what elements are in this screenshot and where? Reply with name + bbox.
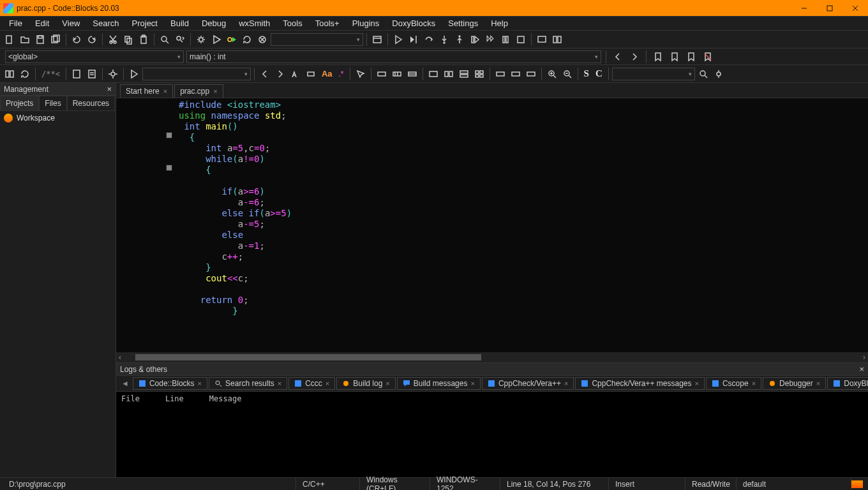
abort-icon[interactable] (255, 33, 269, 47)
run-icon[interactable] (209, 33, 223, 47)
selection-icon[interactable] (304, 67, 318, 81)
grid3-icon[interactable] (457, 67, 471, 81)
paste-icon[interactable] (137, 33, 151, 47)
menu-tools[interactable]: Tools (278, 17, 307, 29)
scope-select[interactable]: <global> (5, 50, 184, 63)
matchcase-label[interactable]: Aa (319, 69, 335, 78)
cursor-icon[interactable] (354, 67, 368, 81)
tab-resources[interactable]: Resources (67, 96, 115, 110)
menu-toolsplus[interactable]: Tools+ (310, 17, 345, 29)
build-run-icon[interactable] (225, 33, 239, 47)
show-targets-icon[interactable] (370, 33, 384, 47)
rect3-icon[interactable] (405, 67, 419, 81)
settings-icon[interactable] (106, 67, 120, 81)
rebuild-icon[interactable] (240, 33, 254, 47)
next-icon[interactable] (273, 67, 287, 81)
redo-icon[interactable] (85, 33, 99, 47)
rect1-icon[interactable] (375, 67, 389, 81)
scroll-left-icon[interactable]: ◄ (119, 379, 131, 388)
tab-prac-cpp[interactable]: prac.cpp× (174, 84, 223, 98)
inst2-icon[interactable] (509, 67, 523, 81)
step-over-icon[interactable] (422, 33, 436, 47)
s-label[interactable]: S (581, 68, 592, 79)
stop-debug-icon[interactable] (514, 33, 528, 47)
logtab-debugger[interactable]: Debugger× (763, 377, 826, 390)
run-to-cursor-icon[interactable] (407, 33, 421, 47)
logtab-codeblocks[interactable]: Code::Blocks× (133, 377, 207, 390)
script-select[interactable] (142, 68, 251, 80)
menu-settings[interactable]: Settings (443, 17, 483, 29)
menu-debug[interactable]: Debug (197, 17, 231, 29)
search-box[interactable] (612, 68, 695, 80)
menu-edit[interactable]: Edit (30, 17, 54, 29)
c-label[interactable]: C (593, 68, 605, 79)
logtab-buildlog[interactable]: Build log× (336, 377, 395, 390)
bookmark-prev-icon[interactable] (668, 50, 682, 64)
cut-icon[interactable] (106, 33, 120, 47)
menu-project[interactable]: Project (127, 17, 163, 29)
step-out-icon[interactable] (453, 33, 467, 47)
rect2-icon[interactable] (390, 67, 404, 81)
bookmark-toggle-icon[interactable] (651, 50, 665, 64)
logtab-cccc[interactable]: Cccc× (288, 377, 335, 390)
break-icon[interactable] (498, 33, 513, 47)
regex-label[interactable]: .* (336, 70, 347, 78)
minimize-button[interactable] (791, 0, 817, 17)
search-opt-icon[interactable] (712, 67, 726, 81)
panel-close-icon[interactable]: × (859, 364, 864, 374)
step-instr-icon[interactable] (483, 33, 497, 47)
tab-start-here[interactable]: Start here× (120, 84, 173, 98)
fold-marker-icon[interactable] (166, 165, 172, 171)
logtab-cscope[interactable]: Cscope× (706, 377, 761, 390)
horizontal-scrollbar[interactable]: ‹› (116, 352, 868, 362)
doc-icon[interactable] (70, 67, 84, 81)
inst1-icon[interactable] (493, 67, 507, 81)
maximize-button[interactable] (817, 0, 842, 17)
prev-icon[interactable] (258, 67, 272, 81)
new-file-icon[interactable] (3, 33, 17, 47)
menu-file[interactable]: File (4, 17, 27, 29)
run2-icon[interactable] (127, 67, 141, 81)
close-icon[interactable]: × (213, 87, 217, 95)
tab-files[interactable]: Files (39, 96, 66, 110)
info-icon[interactable] (550, 33, 564, 47)
menu-help[interactable]: Help (486, 17, 513, 29)
zoom-in-icon[interactable] (545, 67, 559, 81)
build-target-select[interactable] (271, 33, 363, 46)
grid1-icon[interactable] (426, 67, 440, 81)
step-into-icon[interactable] (437, 33, 451, 47)
code-editor[interactable]: #include <iostream> using namespace std;… (116, 98, 868, 352)
zoom-out-icon[interactable] (560, 67, 574, 81)
logtab-cppcheck[interactable]: CppCheck/Vera++× (482, 377, 574, 390)
copy-icon[interactable] (121, 33, 135, 47)
tab-projects[interactable]: Projects (0, 96, 39, 110)
doc2-icon[interactable] (85, 67, 99, 81)
logtab-cppcheckmsg[interactable]: CppCheck/Vera++ messages× (575, 377, 705, 390)
workspace-item[interactable]: Workspace (4, 114, 112, 122)
build-icon[interactable] (194, 33, 208, 47)
logtab-search[interactable]: Search results× (209, 377, 287, 390)
refresh-icon[interactable] (18, 67, 32, 81)
menu-search[interactable]: Search (87, 17, 124, 29)
diff-icon[interactable] (3, 67, 17, 81)
menu-plugins[interactable]: Plugins (347, 17, 385, 29)
nav-fwd-icon[interactable] (627, 50, 641, 64)
bookmark-next-icon[interactable] (684, 50, 698, 64)
find-icon[interactable] (158, 33, 172, 47)
inst3-icon[interactable] (524, 67, 538, 81)
close-button[interactable] (842, 0, 868, 17)
save-all-icon[interactable] (49, 33, 63, 47)
menu-wxsmith[interactable]: wxSmith (234, 17, 275, 29)
debug-windows-icon[interactable] (535, 33, 549, 47)
bookmark-clear-icon[interactable] (701, 50, 715, 64)
panel-close-icon[interactable]: × (107, 84, 112, 94)
highlight-icon[interactable] (288, 67, 303, 81)
undo-icon[interactable] (70, 33, 84, 47)
grid2-icon[interactable] (442, 67, 456, 81)
logtab-buildmsg[interactable]: Build messages× (397, 377, 481, 390)
next-instr-icon[interactable] (468, 33, 482, 47)
function-select[interactable]: main() : int (186, 50, 601, 63)
search-go-icon[interactable] (696, 67, 710, 81)
menu-doxyblocks[interactable]: DoxyBlocks (387, 17, 440, 29)
nav-back-icon[interactable] (611, 50, 625, 64)
